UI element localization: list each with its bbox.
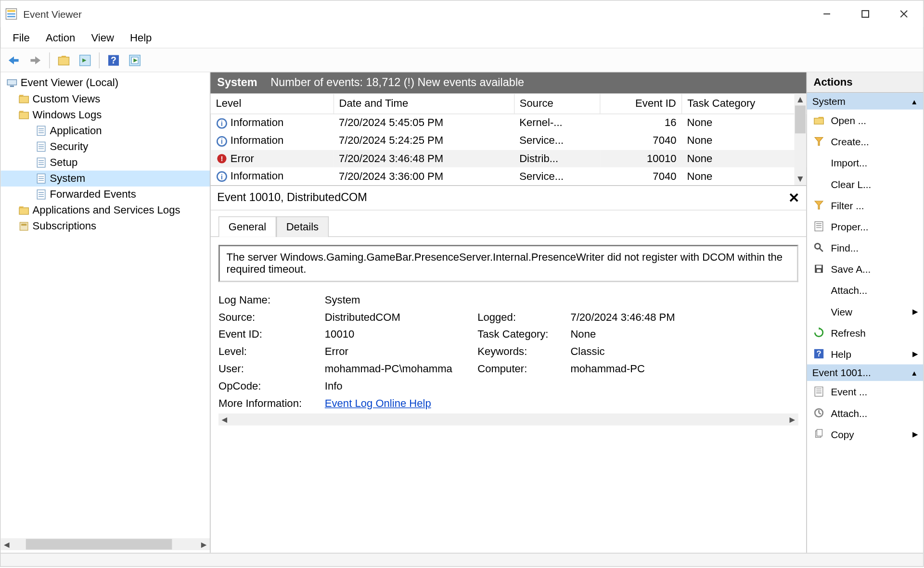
log-icon [35,157,47,169]
log-icon [35,189,47,201]
app-icon [5,7,18,21]
tree-node-system[interactable]: System [0,171,210,187]
nav-forward-button[interactable] [26,51,45,70]
action-event-[interactable]: Event ... [807,381,924,402]
prop-label: Keywords: [477,346,570,358]
tab-general[interactable]: General [218,216,276,237]
action-create-[interactable]: Create... [807,131,924,152]
menu-help[interactable]: Help [123,29,158,46]
actions-section-event-1001-[interactable]: Event 1001...▲ [807,365,924,381]
tree-node-applications-and-services-logs[interactable]: Applications and Services Logs [0,202,210,218]
error-icon: ! [216,153,228,165]
svg-text:!: ! [220,155,223,163]
svg-rect-1 [7,10,15,12]
action-find-[interactable]: Find... [807,237,924,258]
svg-text:?: ? [816,349,821,358]
menubar: FileActionViewHelp [0,27,923,49]
menu-view[interactable]: View [85,29,121,46]
col-source[interactable]: Source [514,94,600,114]
action-copy[interactable]: Copy▶ [807,423,924,444]
tree-node-windows-logs[interactable]: Windows Logs [0,107,210,123]
prop-label: More Information: [218,398,325,410]
minimize-button[interactable] [808,0,846,27]
svg-rect-22 [10,86,14,87]
section-label: Event 1001... [812,367,871,378]
event-viewer-window: Event Viewer FileActionViewHelp ? Event … [0,0,924,567]
tree-node-security[interactable]: Security [0,139,210,154]
table-row[interactable]: iInformation7/20/2024 5:24:25 PMService.… [210,132,806,150]
prop-label: User: [218,363,325,375]
tree-node-label: Subscriptions [33,220,97,232]
menu-action[interactable]: Action [39,29,82,46]
action-clear-l-[interactable]: Clear L... [807,173,924,194]
detail-title-bar: Event 10010, DistributedCOM ✕ [210,186,806,210]
svg-rect-2 [7,13,15,15]
tab-details[interactable]: Details [276,216,329,237]
action-view[interactable]: View▶ [807,301,924,322]
svg-rect-25 [19,112,28,119]
action-label: Open ... [831,114,866,126]
refresh-icon [812,326,826,340]
svg-line-81 [819,413,821,414]
folder-icon [18,93,30,105]
event-message: The server Windows.Gaming.GameBar.Presen… [218,245,798,282]
prop-value: None [570,328,798,341]
detail-hscrollbar[interactable]: ◄► [218,414,798,426]
blank-icon [812,304,826,318]
show-hide-tree-button[interactable] [54,51,73,70]
actions-pane: Actions System▲Open ...Create...Import..… [807,72,924,553]
action-open-[interactable]: Open ... [807,110,924,131]
tree-node-custom-views[interactable]: Custom Views [0,91,210,107]
col-level[interactable]: Level [210,94,333,114]
action-import-[interactable]: Import... [807,152,924,173]
menu-file[interactable]: File [6,29,36,46]
action-attach-[interactable]: Attach... [807,402,924,423]
detail-close-button[interactable]: ✕ [788,190,799,206]
log-icon [35,141,47,153]
tree-hscrollbar[interactable]: ◄► [0,538,210,550]
maximize-button[interactable] [846,0,885,27]
svg-rect-75 [815,387,823,396]
toolbar-panel-icon[interactable] [76,51,94,70]
tree-node-subscriptions[interactable]: Subscriptions [0,218,210,234]
nav-tree: Event Viewer (Local) Custom ViewsWindows… [0,75,210,538]
tree-node-application[interactable]: Application [0,123,210,139]
svg-text:?: ? [111,55,116,65]
toolbar-action-icon[interactable] [126,51,144,70]
prop-value: Error [325,346,477,358]
tree-node-forwarded-events[interactable]: Forwarded Events [0,187,210,202]
help-button[interactable]: ? [104,51,123,70]
event-list-vscrollbar[interactable]: ▲▼ [794,94,806,186]
tree-node-setup[interactable]: Setup [0,155,210,171]
action-filter-[interactable]: Filter ... [807,194,924,215]
folder-open-icon [812,114,826,127]
action-help[interactable]: ?Help▶ [807,343,924,364]
prop-label: Computer: [477,363,570,375]
table-row[interactable]: iInformation7/20/2024 3:36:00 PMService.… [210,167,806,185]
close-button[interactable] [885,0,923,27]
col-date-and-time[interactable]: Date and Time [334,94,514,114]
center-pane: System Number of events: 18,712 (!) New … [210,72,807,553]
col-task-category[interactable]: Task Category [682,94,806,114]
action-proper-[interactable]: Proper... [807,216,924,237]
computer-icon [6,77,18,89]
action-attach-[interactable]: Attach... [807,279,924,301]
chevron-up-icon: ▲ [911,369,918,377]
svg-marker-61 [815,138,823,146]
action-label: Attach... [831,284,867,295]
action-label: Find... [831,242,859,253]
actions-section-system[interactable]: System▲ [807,93,924,110]
tree-root[interactable]: Event Viewer (Local) [0,75,210,91]
more-info-link[interactable]: Event Log Online Help [325,398,798,410]
nav-back-button[interactable] [5,51,24,70]
action-save-a-[interactable]: Save A... [807,258,924,279]
props-icon [812,220,826,233]
table-row[interactable]: iInformation7/20/2024 5:45:05 PMKernel-.… [210,114,806,132]
svg-rect-9 [13,59,19,62]
prop-label: Log Name: [218,294,325,306]
props-icon [812,385,826,398]
help-icon: ? [812,347,826,361]
col-event-id[interactable]: Event ID [600,94,682,114]
action-refresh[interactable]: Refresh [807,322,924,343]
table-row[interactable]: !Error7/20/2024 3:46:48 PMDistrib...1001… [210,150,806,167]
